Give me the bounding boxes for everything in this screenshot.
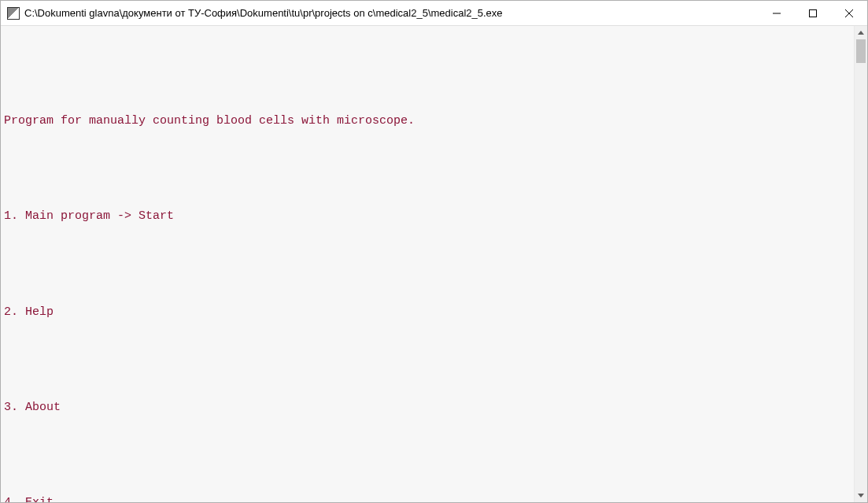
console-blank — [4, 448, 851, 464]
console-blank — [4, 257, 851, 272]
minimize-icon — [773, 9, 781, 17]
minimize-button[interactable] — [759, 1, 795, 25]
close-button[interactable] — [831, 1, 867, 25]
svg-rect-1 — [810, 9, 817, 17]
console-header: Program for manually counting blood cell… — [4, 113, 851, 129]
maximize-button[interactable] — [795, 1, 831, 25]
chevron-down-icon — [858, 494, 864, 497]
chevron-up-icon — [858, 31, 864, 35]
menu-item-2: 2. Help — [4, 305, 851, 320]
window-title: C:\Dokumenti glavna\документи от ТУ-Софи… — [24, 7, 759, 19]
vertical-scrollbar[interactable] — [854, 26, 867, 502]
console-output[interactable]: Program for manually counting blood cell… — [1, 26, 854, 502]
menu-item-1: 1. Main program -> Start — [4, 209, 851, 224]
console-window: C:\Dokumenti glavna\документи от ТУ-Софи… — [0, 0, 868, 503]
scroll-track[interactable] — [855, 39, 867, 489]
window-controls — [759, 1, 867, 25]
menu-item-4: 4. Exit — [4, 495, 851, 502]
scroll-up-arrow[interactable] — [855, 26, 867, 39]
scroll-down-arrow[interactable] — [855, 489, 867, 502]
titlebar[interactable]: C:\Dokumenti glavna\документи от ТУ-Софи… — [1, 1, 867, 26]
menu-item-3: 3. About — [4, 400, 851, 416]
console-blank — [4, 352, 851, 368]
maximize-icon — [809, 9, 817, 17]
console-blank — [4, 161, 851, 177]
scroll-thumb[interactable] — [856, 39, 866, 63]
close-icon — [845, 9, 853, 17]
console-blank — [4, 66, 851, 82]
content-area: Program for manually counting blood cell… — [1, 26, 867, 502]
app-icon — [7, 7, 20, 20]
